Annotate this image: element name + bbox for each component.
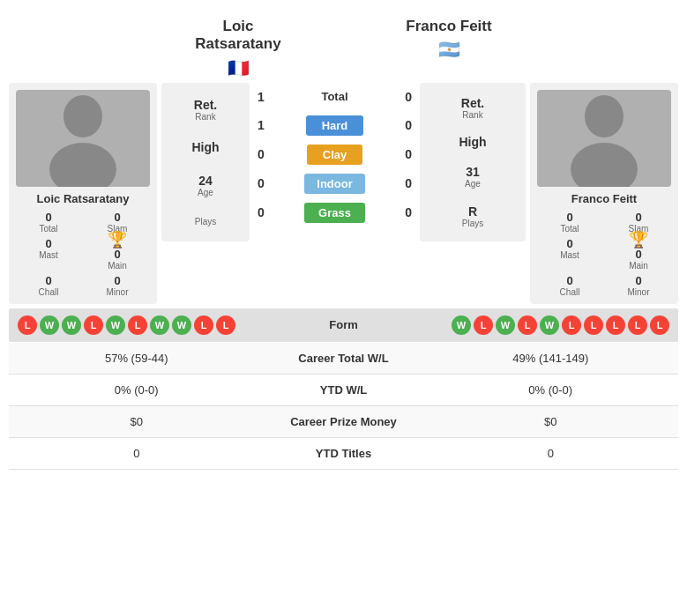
hard-left: 1 xyxy=(258,118,265,132)
left-total-stat: 0 Total xyxy=(16,211,81,234)
indoor-badge: Indoor xyxy=(304,174,364,194)
total-label: Total xyxy=(321,90,347,103)
grass-right: 0 xyxy=(405,205,412,219)
stat-row-label-2: Career Prize Money xyxy=(256,415,432,428)
right-age-stat: 31 Age xyxy=(425,165,520,189)
stat-row-1: 0% (0-0) YTD W/L 0% (0-0) xyxy=(9,375,678,406)
left-age-label: Age xyxy=(167,188,244,197)
right-player-flag: 🇦🇷 xyxy=(392,39,506,60)
right-trophy-icon: 🏆 xyxy=(629,230,648,249)
form-rw3: W xyxy=(540,315,559,335)
right-mast-label: Mast xyxy=(537,250,602,260)
right-main-label: Main xyxy=(629,261,648,271)
right-high-stat: High xyxy=(425,135,520,149)
left-player-header: Loic Ratsaratany 🇫🇷 xyxy=(181,18,295,78)
hard-right: 0 xyxy=(405,118,412,132)
left-minor-stat: 0 Minor xyxy=(85,274,150,297)
right-minor-stat: 0 Minor xyxy=(606,274,671,297)
form-rl6: L xyxy=(628,315,647,335)
left-age-stat: 24 Age xyxy=(167,174,244,197)
right-mini-card: Ret. Rank High 31 Age R Plays xyxy=(420,83,526,241)
form-rl2: L xyxy=(518,315,537,335)
indoor-left: 0 xyxy=(258,176,265,190)
comparison-section: Loic Ratsaratany 0 Total 0 Slam 0 Mast 🏆… xyxy=(9,78,678,308)
left-mini-card: Ret. Rank High 24 Age Plays xyxy=(161,83,250,241)
indoor-right: 0 xyxy=(405,176,412,190)
stat-row-left-2: $0 xyxy=(18,415,256,428)
form-w1: W xyxy=(40,315,59,335)
svg-point-2 xyxy=(585,95,624,137)
form-w5: W xyxy=(172,315,191,335)
total-surface-row: 1 Total 0 xyxy=(252,83,417,111)
stat-row-right-2: $0 xyxy=(432,415,670,428)
right-player-name-card: Franco Feitt xyxy=(537,192,671,205)
left-avatar-silhouette xyxy=(39,90,127,187)
left-player-name-card: Loic Ratsaratany xyxy=(16,192,150,205)
left-main-value: 0 xyxy=(114,248,120,261)
name-flag-area: Loic Ratsaratany 🇫🇷 Franco Feitt 🇦🇷 xyxy=(9,9,678,78)
form-rl3: L xyxy=(562,315,581,335)
grass-row: 0 Grass 0 xyxy=(252,198,417,227)
left-total-value: 0 xyxy=(16,211,81,224)
right-rank-stat: Ret. Rank xyxy=(425,96,520,120)
right-high-value: High xyxy=(425,135,520,149)
form-l5: L xyxy=(216,315,235,335)
left-chall-stat: 0 Chall xyxy=(16,274,81,297)
left-player-card: Loic Ratsaratany 0 Total 0 Slam 0 Mast 🏆… xyxy=(9,83,157,304)
right-avatar-silhouette xyxy=(560,90,648,187)
right-rank-label: Rank xyxy=(425,110,520,120)
form-row: L W W L W L W W L L Form W L W L W L L L… xyxy=(9,308,678,342)
left-high-value: High xyxy=(167,140,244,154)
left-main-label: Main xyxy=(108,261,127,271)
right-player-avatar xyxy=(537,90,671,187)
form-l4: L xyxy=(194,315,213,335)
grass-left: 0 xyxy=(258,205,265,219)
stat-row-3: 0 YTD Titles 0 xyxy=(9,438,678,470)
right-age-label: Age xyxy=(425,179,520,189)
svg-point-1 xyxy=(49,143,116,187)
form-l2: L xyxy=(84,315,103,335)
right-total-label: Total xyxy=(537,224,602,234)
right-age-value: 31 xyxy=(425,165,520,179)
center-name-area: Loic Ratsaratany 🇫🇷 Franco Feitt 🇦🇷 xyxy=(172,18,515,78)
form-rw2: W xyxy=(496,315,515,335)
right-chall-stat: 0 Chall xyxy=(537,274,602,297)
stat-row-right-1: 0% (0-0) xyxy=(432,383,670,397)
right-trophy-area: 🏆 0 Main xyxy=(606,237,671,271)
indoor-row: 0 Indoor 0 xyxy=(252,169,417,198)
stat-row-0: 57% (59-44) Career Total W/L 49% (141-14… xyxy=(9,343,678,375)
stat-row-left-0: 57% (59-44) xyxy=(18,352,256,365)
right-minor-label: Minor xyxy=(606,287,671,297)
form-left: L W W L W L W W L L xyxy=(18,315,300,335)
left-plays-stat: Plays xyxy=(167,217,244,226)
left-minor-value: 0 xyxy=(85,274,150,287)
stat-row-label-1: YTD W/L xyxy=(256,383,432,397)
form-w3: W xyxy=(106,315,125,335)
right-total-stat: 0 Total xyxy=(537,211,602,234)
right-total-value: 0 xyxy=(537,211,602,224)
svg-point-3 xyxy=(571,143,638,187)
left-rank-stat: Ret. Rank xyxy=(167,98,244,122)
right-rank-value: Ret. xyxy=(425,96,520,110)
form-rl1: L xyxy=(474,315,493,335)
surface-section: 1 Total 0 1 Hard 0 0 Clay 0 xyxy=(252,83,417,241)
left-rank-label: Rank xyxy=(167,112,244,122)
right-mast-stat: 0 Mast xyxy=(537,237,602,271)
svg-point-0 xyxy=(63,95,102,137)
left-rank-value: Ret. xyxy=(167,98,244,112)
total-left-score: 1 xyxy=(258,90,265,104)
right-slam-value: 0 xyxy=(606,211,671,224)
stat-row-left-1: 0% (0-0) xyxy=(18,383,256,397)
stat-row-right-3: 0 xyxy=(432,447,670,460)
right-plays-stat: R Plays xyxy=(425,204,520,228)
right-plays-label: Plays xyxy=(425,219,520,228)
form-l1: L xyxy=(18,315,37,335)
right-chall-value: 0 xyxy=(537,274,602,287)
stat-row-label-3: YTD Titles xyxy=(256,447,432,460)
left-plays-label: Plays xyxy=(167,217,244,226)
main-container: Loic Ratsaratany 🇫🇷 Franco Feitt 🇦🇷 Loic… xyxy=(0,0,687,479)
form-rw1: W xyxy=(452,315,471,335)
left-total-label: Total xyxy=(16,224,81,234)
hard-row: 1 Hard 0 xyxy=(252,111,417,140)
right-player-name: Franco Feitt xyxy=(392,18,506,35)
